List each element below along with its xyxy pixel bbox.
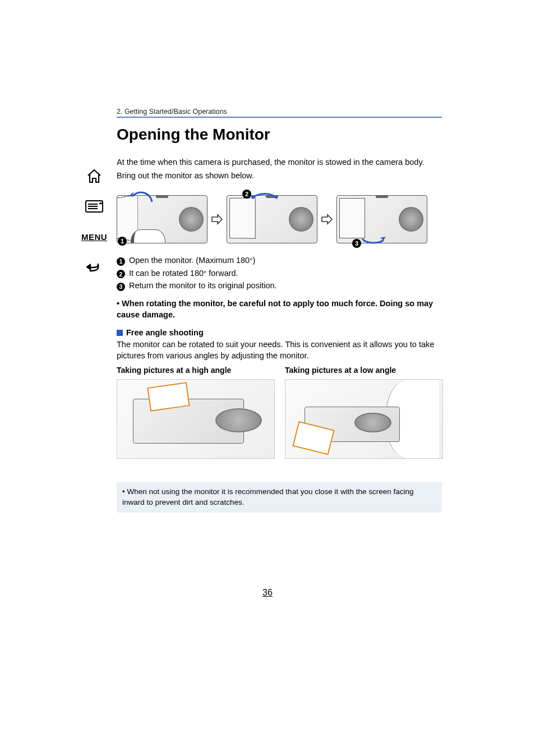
section-rule	[117, 117, 442, 118]
step-number-icon: 3	[117, 283, 125, 291]
back-icon	[86, 260, 103, 274]
step-3-text: Return the monitor to its original posit…	[129, 279, 277, 292]
caution-text: When rotating the monitor, be careful no…	[117, 298, 442, 321]
high-angle-column: Taking pictures at a high angle	[117, 366, 274, 459]
step-1-text-b: )	[252, 256, 255, 265]
low-angle-column: Taking pictures at a low angle	[285, 366, 442, 459]
low-angle-title: Taking pictures at a low angle	[285, 366, 442, 375]
rotate-arrow-icon	[359, 237, 387, 250]
home-icon	[86, 168, 103, 184]
step-2: 2 It can be rotated 180° forward.	[117, 267, 442, 279]
page-number: 36	[0, 588, 535, 598]
high-angle-title: Taking pictures at a high angle	[117, 366, 274, 375]
low-angle-illustration	[285, 379, 443, 459]
step-3: 3 Return the monitor to its original pos…	[117, 279, 442, 292]
step-number-icon: 1	[117, 257, 125, 266]
intro-line-2: Bring out the monitor as shown below.	[117, 170, 442, 182]
subhead-text: Free angle shooting	[126, 328, 204, 337]
page-title: Opening the Monitor	[117, 126, 442, 144]
page-content: 2. Getting Started/Basic Operations Open…	[117, 108, 442, 513]
closing-note: When not using the monitor it is recomme…	[117, 482, 442, 513]
subsection-heading: Free angle shooting	[117, 328, 442, 337]
bullet-square-icon	[117, 330, 123, 336]
high-angle-illustration	[117, 379, 275, 459]
step-list: 1 Open the monitor. (Maximum 180°) 2 It …	[117, 254, 442, 292]
step-number-icon: 2	[117, 270, 125, 278]
step-1-text-a: Open the monitor. (Maximum 180	[129, 256, 250, 265]
open-monitor-diagram: 1 2	[117, 191, 442, 247]
next-arrow-icon	[321, 213, 333, 225]
step-2-text-a: It can be rotated 180	[129, 269, 204, 278]
camera-illustration-2	[227, 195, 317, 243]
rotate-arrow-icon	[249, 187, 280, 202]
step-badge-1: 1	[118, 237, 127, 246]
step-2-text-b: forward.	[206, 269, 238, 278]
intro-line-1: At the time when this camera is purchase…	[117, 157, 442, 168]
breadcrumb: 2. Getting Started/Basic Operations	[117, 108, 442, 116]
sidebar-nav: MENU	[81, 166, 107, 277]
step-1: 1 Open the monitor. (Maximum 180°)	[117, 254, 442, 266]
nav-toc-button[interactable]	[82, 196, 106, 216]
rotate-arrow-icon	[127, 190, 155, 206]
angle-examples: Taking pictures at a high angle Taking p…	[117, 366, 442, 459]
toc-icon	[85, 199, 104, 214]
nav-home-button[interactable]	[82, 166, 106, 186]
subsection-body: The monitor can be rotated to suit your …	[117, 339, 442, 361]
next-arrow-icon	[211, 213, 223, 225]
nav-menu-button[interactable]: MENU	[82, 227, 106, 247]
nav-back-button[interactable]	[82, 257, 106, 277]
menu-label: MENU	[81, 232, 107, 242]
